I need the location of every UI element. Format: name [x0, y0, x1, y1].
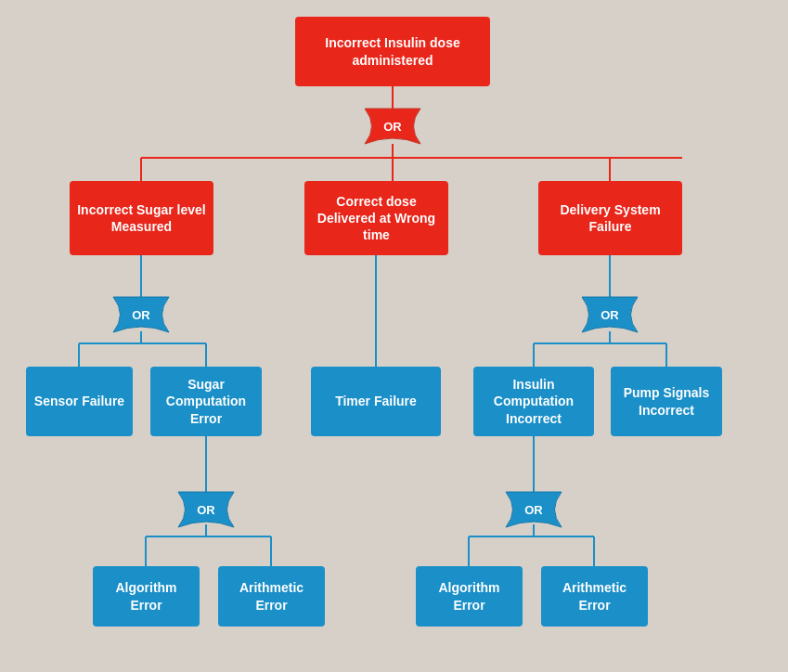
node-pump-signals-incorrect: Pump Signals Incorrect — [611, 367, 722, 436]
root-node: Incorrect Insulin dose administered — [295, 17, 490, 86]
svg-text:OR: OR — [524, 503, 543, 517]
or-gate-5: OR — [497, 490, 571, 529]
svg-text:OR: OR — [601, 308, 619, 322]
node-algorithm-error-2: Algorithm Error — [416, 566, 523, 627]
or-gate-4: OR — [169, 490, 243, 529]
node-incorrect-sugar: Incorrect Sugar level Measured — [70, 181, 213, 255]
node-timer-failure: Timer Failure — [311, 367, 441, 436]
or-gate-3: OR — [573, 295, 647, 334]
node-insulin-computation-incorrect: Insulin Computation Incorrect — [473, 367, 594, 436]
node-sugar-computation-error: Sugar Computation Error — [150, 367, 262, 436]
svg-text:OR: OR — [197, 503, 215, 517]
node-correct-dose-wrong-time: Correct dose Delivered at Wrong time — [304, 181, 448, 255]
node-algorithm-error-1: Algorithm Error — [93, 566, 200, 627]
node-arithmetic-error-2: Arithmetic Error — [541, 566, 648, 627]
or-gate-2: OR — [104, 295, 178, 334]
fault-tree-diagram: Incorrect Insulin dose administered OR I… — [0, 0, 788, 672]
node-arithmetic-error-1: Arithmetic Error — [218, 566, 325, 627]
or-gate-1: OR — [355, 107, 430, 146]
node-sensor-failure: Sensor Failure — [26, 367, 133, 436]
svg-text:OR: OR — [383, 120, 402, 134]
svg-text:OR: OR — [132, 308, 150, 322]
node-delivery-system-failure: Delivery System Failure — [538, 181, 682, 255]
